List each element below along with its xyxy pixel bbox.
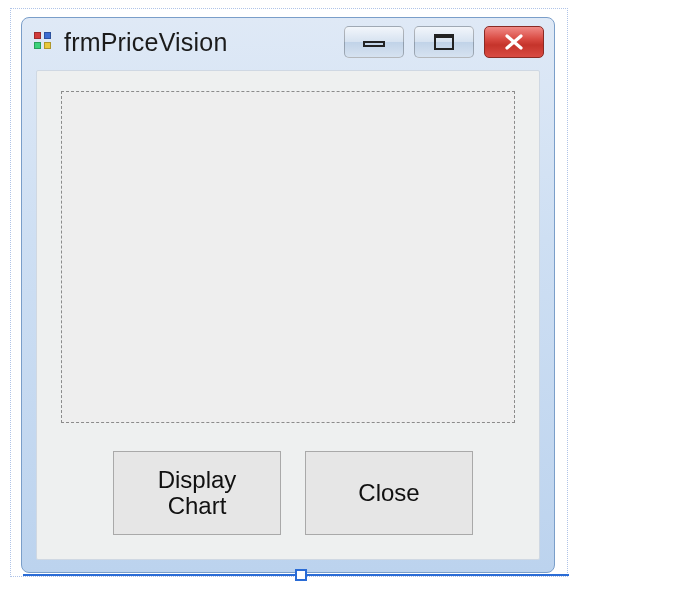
close-window-button[interactable]: [484, 26, 544, 58]
chart-placeholder: [61, 91, 515, 423]
svg-rect-0: [364, 42, 384, 46]
client-area: Display Chart Close: [36, 70, 540, 560]
designer-canvas: frmPriceVision: [10, 8, 568, 577]
minimize-icon: [361, 35, 387, 49]
form-icon: [34, 32, 54, 52]
close-label: Close: [358, 480, 419, 506]
maximize-icon: [433, 33, 455, 51]
designer-resize-handle[interactable]: [295, 569, 307, 581]
titlebar[interactable]: frmPriceVision: [22, 18, 554, 66]
close-icon: [503, 33, 525, 51]
minimize-button[interactable]: [344, 26, 404, 58]
form-window: frmPriceVision: [21, 17, 555, 573]
maximize-button[interactable]: [414, 26, 474, 58]
window-title: frmPriceVision: [64, 28, 228, 57]
close-button[interactable]: Close: [305, 451, 473, 535]
window-buttons: [344, 26, 546, 58]
display-chart-button[interactable]: Display Chart: [113, 451, 281, 535]
display-chart-label: Display Chart: [158, 467, 237, 520]
